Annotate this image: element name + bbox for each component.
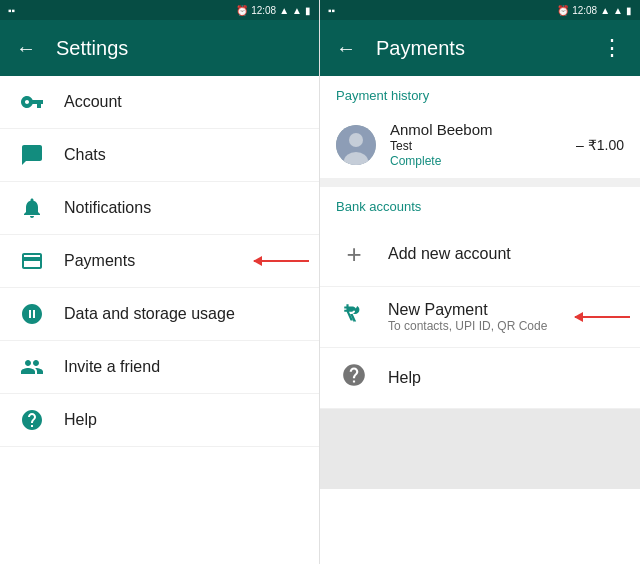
- time-display: 12:08: [251, 5, 276, 16]
- data-icon: [16, 302, 48, 326]
- settings-item-account[interactable]: Account: [0, 76, 319, 129]
- chats-label: Chats: [64, 146, 106, 164]
- right-clock-icon: ⏰: [557, 5, 569, 16]
- new-payment-item[interactable]: New Payment To contacts, UPI ID, QR Code: [320, 287, 640, 348]
- right-panel: ▪▪ ⏰ 12:08 ▲ ▲ ▮ ← Payments ⋮ Payment hi…: [320, 0, 640, 564]
- add-account-item[interactable]: + Add new account: [320, 222, 640, 287]
- settings-item-data-storage[interactable]: Data and storage usage: [0, 288, 319, 341]
- help-circle-icon: [336, 362, 372, 394]
- new-payment-arrow: [575, 316, 630, 318]
- add-account-label: Add new account: [388, 245, 511, 263]
- payments-help-item[interactable]: Help: [320, 348, 640, 409]
- status-bar-right-icons: ⏰ 12:08 ▲ ▲ ▮: [236, 5, 311, 16]
- bank-accounts-label: Bank accounts: [320, 187, 640, 222]
- right-status-bar: ▪▪ ⏰ 12:08 ▲ ▲ ▮: [320, 0, 640, 20]
- section-divider: [320, 179, 640, 187]
- payment-history-label: Payment history: [320, 76, 640, 111]
- payment-name: Anmol Beebom: [390, 121, 576, 138]
- settings-list: Account Chats Notifications Payments: [0, 76, 319, 564]
- payments-content: Payment history Anmol Beebom Test Comple…: [320, 76, 640, 564]
- right-time: 12:08: [572, 5, 597, 16]
- payments-icon: [16, 249, 48, 273]
- left-status-bar: ▪▪ ⏰ 12:08 ▲ ▲ ▮: [0, 0, 319, 20]
- wifi-icon: ▲: [279, 5, 289, 16]
- signal-icon: ▲: [292, 5, 302, 16]
- bell-icon: [16, 196, 48, 220]
- payments-back-button[interactable]: ←: [336, 37, 356, 60]
- new-payment-label: New Payment: [388, 301, 547, 319]
- right-status-right: ⏰ 12:08 ▲ ▲ ▮: [557, 5, 632, 16]
- avatar: [336, 125, 376, 165]
- left-panel: ▪▪ ⏰ 12:08 ▲ ▲ ▮ ← Settings Account Chat…: [0, 0, 320, 564]
- key-icon: [16, 90, 48, 114]
- right-wifi-icon: ▲: [600, 5, 610, 16]
- battery-icon: ▮: [305, 5, 311, 16]
- help-icon: [16, 408, 48, 432]
- new-payment-sub: To contacts, UPI ID, QR Code: [388, 319, 547, 333]
- settings-title: Settings: [56, 37, 128, 60]
- left-header: ← Settings: [0, 20, 319, 76]
- chat-icon: [16, 143, 48, 167]
- payment-status: Complete: [390, 154, 576, 168]
- account-label: Account: [64, 93, 122, 111]
- payments-arrow: [254, 260, 309, 262]
- settings-item-chats[interactable]: Chats: [0, 129, 319, 182]
- payments-label: Payments: [64, 252, 135, 270]
- settings-item-payments[interactable]: Payments: [0, 235, 319, 288]
- svg-point-1: [349, 133, 363, 147]
- data-storage-label: Data and storage usage: [64, 305, 235, 323]
- status-bar-left-icons: ▪▪: [8, 5, 15, 16]
- payments-title: Payments: [376, 37, 601, 60]
- right-battery-icon: ▮: [626, 5, 632, 16]
- payment-history-item[interactable]: Anmol Beebom Test Complete – ₹1.00: [320, 111, 640, 179]
- help-label: Help: [64, 411, 97, 429]
- invite-label: Invite a friend: [64, 358, 160, 376]
- whatsapp-icon: ▪▪: [8, 5, 15, 16]
- new-payment-info: New Payment To contacts, UPI ID, QR Code: [388, 301, 547, 333]
- more-options-button[interactable]: ⋮: [601, 35, 624, 61]
- plus-icon: +: [336, 236, 372, 272]
- gray-footer-block: [320, 409, 640, 489]
- payment-amount: – ₹1.00: [576, 137, 624, 153]
- right-signal-icon: ▲: [613, 5, 623, 16]
- help-label-right: Help: [388, 369, 421, 387]
- back-button[interactable]: ←: [16, 37, 36, 60]
- settings-item-help[interactable]: Help: [0, 394, 319, 447]
- people-icon: [16, 355, 48, 379]
- right-status-left: ▪▪: [328, 5, 335, 16]
- notifications-label: Notifications: [64, 199, 151, 217]
- clock-icon: ⏰: [236, 5, 248, 16]
- settings-item-invite[interactable]: Invite a friend: [0, 341, 319, 394]
- payment-sub: Test: [390, 139, 576, 153]
- rupee-icon: [336, 301, 372, 333]
- payments-header: ← Payments ⋮: [320, 20, 640, 76]
- payment-info: Anmol Beebom Test Complete: [390, 121, 576, 168]
- settings-item-notifications[interactable]: Notifications: [0, 182, 319, 235]
